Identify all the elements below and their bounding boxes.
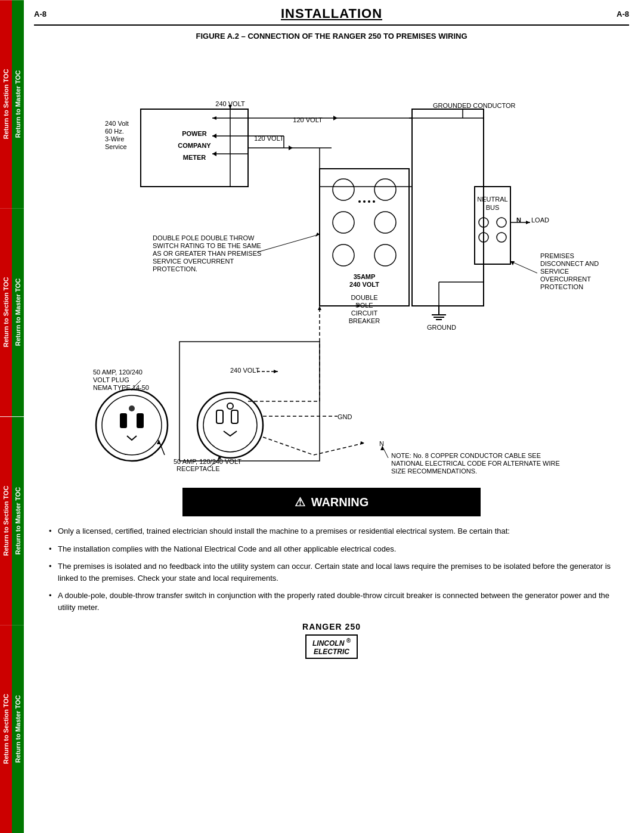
svg-point-47	[373, 200, 375, 203]
svg-point-94	[203, 398, 257, 452]
svg-text:BUS: BUS	[486, 204, 500, 211]
svg-marker-82	[510, 261, 515, 265]
warning-item-2: The installation complies with the Natio…	[46, 543, 617, 555]
warning-list: Only a licensed, certified, trained elec…	[46, 525, 617, 613]
svg-marker-17	[289, 145, 293, 150]
svg-text:PROTECTION.: PROTECTION.	[153, 265, 197, 272]
svg-text:PREMISES: PREMISES	[540, 252, 574, 259]
svg-text:SWITCH RATING TO BE THE SAME: SWITCH RATING TO BE THE SAME	[153, 242, 261, 249]
svg-point-48	[333, 212, 354, 233]
svg-text:35AMP: 35AMP	[354, 273, 376, 280]
svg-point-51	[374, 244, 396, 266]
svg-rect-96	[231, 410, 238, 423]
svg-text:GND: GND	[338, 413, 352, 420]
brand-registered: ®	[346, 637, 351, 644]
return-section-toc-3[interactable]: Return to Section TOC	[0, 417, 12, 625]
svg-point-93	[197, 392, 263, 458]
svg-text:DOUBLE POLE DOUBLE THROW: DOUBLE POLE DOUBLE THROW	[153, 234, 255, 241]
page-number-left: A-8	[34, 10, 47, 18]
svg-text:60 Hz.: 60 Hz.	[105, 128, 124, 135]
svg-marker-113	[318, 306, 321, 310]
return-master-toc-1[interactable]: Return to Master TOC	[12, 0, 24, 208]
svg-line-81	[510, 261, 537, 273]
svg-rect-95	[216, 410, 223, 423]
svg-rect-90	[120, 413, 127, 428]
svg-text:POWER: POWER	[182, 130, 207, 137]
svg-text:SERVICE OVERCURRENT: SERVICE OVERCURRENT	[153, 258, 234, 265]
svg-text:NATIONAL ELECTRICAL CODE FOR A: NATIONAL ELECTRICAL CODE FOR ALTERNATE W…	[391, 460, 560, 467]
svg-point-46	[368, 200, 370, 203]
svg-text:METER: METER	[183, 154, 206, 161]
svg-text:DISCONNECT AND: DISCONNECT AND	[540, 260, 599, 267]
svg-text:GROUND: GROUND	[427, 324, 456, 331]
brand-electric: ELECTRIC	[314, 648, 349, 656]
svg-point-92	[129, 405, 135, 411]
svg-point-97	[227, 403, 233, 409]
svg-rect-91	[137, 413, 144, 428]
svg-text:120 VOLT: 120 VOLT	[293, 116, 323, 123]
page-number-right: A-8	[617, 10, 629, 18]
svg-text:LOAD: LOAD	[531, 216, 549, 224]
svg-marker-13	[333, 116, 338, 120]
figure-title: FIGURE A.2 – CONNECTION OF THE RANGER 25…	[34, 32, 629, 41]
svg-point-45	[363, 200, 366, 203]
svg-marker-112	[360, 441, 364, 445]
svg-marker-64	[315, 233, 320, 237]
warning-item-4: A double-pole, double-throw transfer swi…	[46, 590, 617, 613]
warning-item-1: Only a licensed, certified, trained elec…	[46, 525, 617, 537]
svg-marker-85	[274, 370, 278, 373]
svg-rect-28	[412, 109, 484, 306]
svg-marker-21	[212, 151, 216, 156]
svg-text:BREAKER: BREAKER	[349, 317, 380, 324]
return-master-toc-3[interactable]: Return to Master TOC	[12, 417, 24, 625]
svg-text:240 Volt: 240 Volt	[105, 120, 129, 127]
svg-text:N: N	[379, 440, 384, 447]
svg-text:SIZE RECOMMENDATIONS.: SIZE RECOMMENDATIONS.	[391, 467, 477, 475]
svg-text:NEMA TYPE 14-50: NEMA TYPE 14-50	[93, 384, 149, 391]
svg-text:VOLT PLUG: VOLT PLUG	[93, 376, 129, 383]
svg-text:RECEPTACLE: RECEPTACLE	[177, 465, 220, 472]
svg-marker-39	[526, 221, 530, 224]
svg-marker-9	[212, 116, 216, 120]
page-footer: RANGER 250 LINCOLN ® ELECTRIC	[34, 622, 629, 659]
svg-text:Service: Service	[105, 143, 127, 150]
svg-text:DOUBLE: DOUBLE	[351, 294, 377, 301]
svg-point-89	[102, 395, 162, 455]
svg-point-88	[96, 389, 168, 461]
return-section-toc-2[interactable]: Return to Section TOC	[0, 208, 12, 416]
svg-point-50	[333, 244, 354, 266]
svg-point-44	[358, 200, 361, 203]
svg-line-110	[263, 437, 314, 455]
svg-text:GROUNDED CONDUCTOR: GROUNDED CONDUCTOR	[433, 102, 516, 109]
warning-item-3: The premises is isolated and no feedback…	[46, 561, 617, 584]
svg-text:50 AMP, 120/240: 50 AMP, 120/240	[93, 368, 143, 376]
warning-title: WARNING	[311, 496, 369, 509]
lincoln-electric-logo: LINCOLN ® ELECTRIC	[305, 634, 358, 659]
page-header: A-8 INSTALLATION A-8	[34, 6, 629, 21]
svg-line-63	[257, 234, 320, 252]
svg-text:3-Wire: 3-Wire	[105, 135, 124, 143]
svg-text:240 VOLT: 240 VOLT	[230, 367, 260, 374]
svg-marker-19	[212, 134, 216, 138]
warning-triangle-icon: ⚠	[295, 495, 305, 509]
svg-text:CIRCUIT: CIRCUIT	[351, 309, 378, 317]
svg-line-123	[382, 446, 388, 458]
svg-text:SERVICE: SERVICE	[540, 268, 569, 275]
ranger-model: RANGER 250	[34, 622, 629, 631]
return-section-toc-4[interactable]: Return to Section TOC	[0, 625, 12, 833]
warning-banner: ⚠ WARNING	[182, 488, 481, 516]
brand-name: LINCOLN	[312, 639, 344, 648]
svg-text:50 AMP, 120/240 VOLT: 50 AMP, 120/240 VOLT	[174, 458, 242, 465]
page-title: INSTALLATION	[47, 6, 617, 21]
return-master-toc-4[interactable]: Return to Master TOC	[12, 625, 24, 833]
svg-point-35	[497, 233, 506, 242]
svg-line-111	[314, 443, 364, 455]
svg-text:AS OR GREATER THAN PREMISES: AS OR GREATER THAN PREMISES	[153, 250, 261, 257]
return-master-toc-2[interactable]: Return to Master TOC	[12, 208, 24, 416]
svg-point-43	[374, 179, 396, 200]
svg-text:OVERCURRENT: OVERCURRENT	[540, 275, 591, 283]
svg-text:240 VOLT: 240 VOLT	[349, 281, 379, 288]
svg-point-33	[497, 218, 506, 227]
svg-text:PROTECTION: PROTECTION	[540, 283, 583, 290]
return-section-toc-1[interactable]: Return to Section TOC	[0, 0, 12, 208]
